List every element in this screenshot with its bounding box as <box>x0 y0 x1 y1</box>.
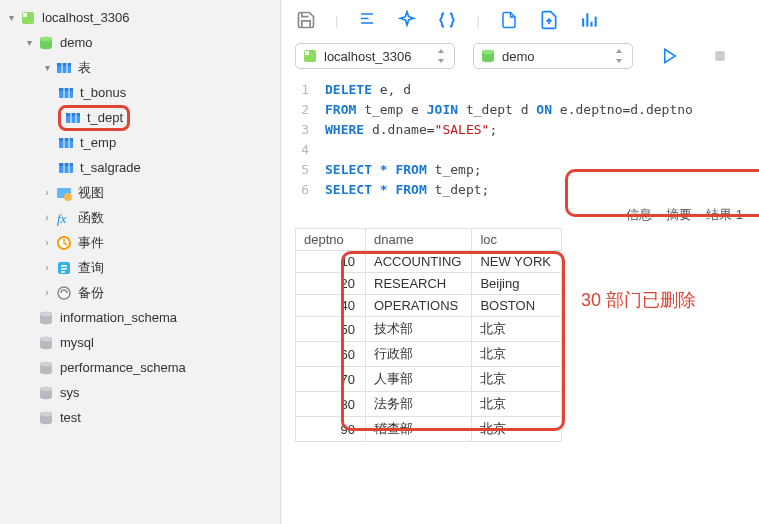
table-icon <box>58 160 74 176</box>
database-node[interactable]: ›information_schema <box>0 305 280 330</box>
cell[interactable]: 10 <box>296 251 366 273</box>
table-node[interactable]: t_dept <box>0 105 280 130</box>
table-row[interactable]: 70人事部北京 <box>296 367 562 392</box>
svg-text:fx: fx <box>57 211 67 226</box>
chart-icon[interactable] <box>578 9 600 31</box>
beautify-icon[interactable] <box>396 9 418 31</box>
cell[interactable]: 80 <box>296 392 366 417</box>
svg-point-33 <box>40 336 52 341</box>
col-deptno[interactable]: deptno <box>296 229 366 251</box>
cell[interactable]: 行政部 <box>366 342 472 367</box>
cell[interactable]: ACCOUNTING <box>366 251 472 273</box>
connection-node[interactable]: ▾ localhost_3306 <box>0 5 280 30</box>
svg-marker-48 <box>665 49 676 63</box>
database-select[interactable]: demo <box>473 43 633 69</box>
tables-folder[interactable]: ▾ 表 <box>0 55 280 80</box>
cell[interactable]: 北京 <box>472 392 562 417</box>
connection-tree: ▾ localhost_3306 ▾ demo ▾ 表 t_bonust_dep… <box>0 5 280 430</box>
run-button[interactable] <box>657 43 683 69</box>
cell[interactable]: RESEARCH <box>366 273 472 295</box>
database-label: mysql <box>60 335 94 350</box>
svg-point-47 <box>482 50 494 55</box>
save-icon[interactable] <box>295 9 317 31</box>
database-node[interactable]: ›performance_schema <box>0 355 280 380</box>
nav-group-函数[interactable]: ›fx函数 <box>0 205 280 230</box>
tab-summary[interactable]: 摘要 <box>666 206 692 224</box>
nav-group-查询[interactable]: ›查询 <box>0 255 280 280</box>
cell[interactable]: 90 <box>296 417 366 442</box>
table-node[interactable]: t_emp <box>0 130 280 155</box>
svg-rect-1 <box>23 13 27 17</box>
group-icon <box>56 185 72 201</box>
cell[interactable]: NEW YORK <box>472 251 562 273</box>
cell[interactable]: 70 <box>296 367 366 392</box>
caret-icon <box>614 49 624 63</box>
tab-info[interactable]: 信息 <box>626 206 652 224</box>
stop-button[interactable] <box>707 43 733 69</box>
nav-group-事件[interactable]: ›事件 <box>0 230 280 255</box>
connection-icon <box>302 48 318 64</box>
table-icon <box>58 85 74 101</box>
connection-select[interactable]: localhost_3306 <box>295 43 455 69</box>
annotation-text: 30 部门已删除 <box>581 288 696 312</box>
result-grid[interactable]: deptnodnameloc 10ACCOUNTINGNEW YORK20RES… <box>281 228 759 524</box>
col-dname[interactable]: dname <box>366 229 472 251</box>
sql-editor[interactable]: 123456 DELETE e, dFROM t_emp e JOIN t_de… <box>281 76 759 200</box>
code-area[interactable]: DELETE e, dFROM t_emp e JOIN t_dept d ON… <box>321 80 759 200</box>
nav-group-视图[interactable]: ›视图 <box>0 180 280 205</box>
group-icon <box>56 260 72 276</box>
cell[interactable]: 北京 <box>472 417 562 442</box>
table-row[interactable]: 10ACCOUNTINGNEW YORK <box>296 251 562 273</box>
table-row[interactable]: 80法务部北京 <box>296 392 562 417</box>
table-row[interactable]: 60行政部北京 <box>296 342 562 367</box>
table-row[interactable]: 90稽查部北京 <box>296 417 562 442</box>
format-icon[interactable] <box>356 9 378 31</box>
cell[interactable]: 人事部 <box>366 367 472 392</box>
cell[interactable]: 50 <box>296 317 366 342</box>
other-databases: ›information_schema›mysql›performance_sc… <box>0 305 280 430</box>
cell[interactable]: 法务部 <box>366 392 472 417</box>
cell[interactable]: 北京 <box>472 367 562 392</box>
export-icon[interactable] <box>538 9 560 31</box>
table-row[interactable]: 20RESEARCHBeijing <box>296 273 562 295</box>
cell[interactable]: 20 <box>296 273 366 295</box>
group-label: 函数 <box>78 209 104 227</box>
database-node[interactable]: ›test <box>0 405 280 430</box>
result-table[interactable]: deptnodnameloc 10ACCOUNTINGNEW YORK20RES… <box>295 228 562 442</box>
group-icon <box>56 235 72 251</box>
database-node-open[interactable]: ▾ demo <box>0 30 280 55</box>
svg-rect-5 <box>57 63 71 66</box>
tab-result[interactable]: 结果 1 <box>706 206 743 224</box>
cell[interactable]: 60 <box>296 342 366 367</box>
table-node[interactable]: t_salgrade <box>0 155 280 180</box>
table-node[interactable]: t_bonus <box>0 80 280 105</box>
database-label: demo <box>60 35 93 50</box>
document-icon[interactable] <box>498 9 520 31</box>
group-label: 备份 <box>78 284 104 302</box>
cell[interactable]: 技术部 <box>366 317 472 342</box>
cell[interactable]: OPERATIONS <box>366 295 472 317</box>
cell[interactable]: 稽查部 <box>366 417 472 442</box>
table-label: t_dept <box>87 110 123 125</box>
database-node[interactable]: ›sys <box>0 380 280 405</box>
database-node[interactable]: ›mysql <box>0 330 280 355</box>
cell[interactable]: 40 <box>296 295 366 317</box>
nav-group-备份[interactable]: ›备份 <box>0 280 280 305</box>
cell[interactable]: Beijing <box>472 273 562 295</box>
connection-icon <box>20 10 36 26</box>
cell[interactable]: BOSTON <box>472 295 562 317</box>
group-label: 查询 <box>78 259 104 277</box>
chevron-right-icon: › <box>40 287 54 298</box>
table-row[interactable]: 50技术部北京 <box>296 317 562 342</box>
cell[interactable]: 北京 <box>472 317 562 342</box>
chevron-right-icon: › <box>40 237 54 248</box>
table-row[interactable]: 40OPERATIONSBOSTON <box>296 295 562 317</box>
nav-groups: ›视图›fx函数›事件›查询›备份 <box>0 180 280 305</box>
col-loc[interactable]: loc <box>472 229 562 251</box>
table-label: t_bonus <box>80 85 126 100</box>
database-icon <box>38 385 54 401</box>
tables-folder-label: 表 <box>78 59 91 77</box>
svg-rect-13 <box>66 113 80 116</box>
braces-icon[interactable] <box>436 9 458 31</box>
cell[interactable]: 北京 <box>472 342 562 367</box>
